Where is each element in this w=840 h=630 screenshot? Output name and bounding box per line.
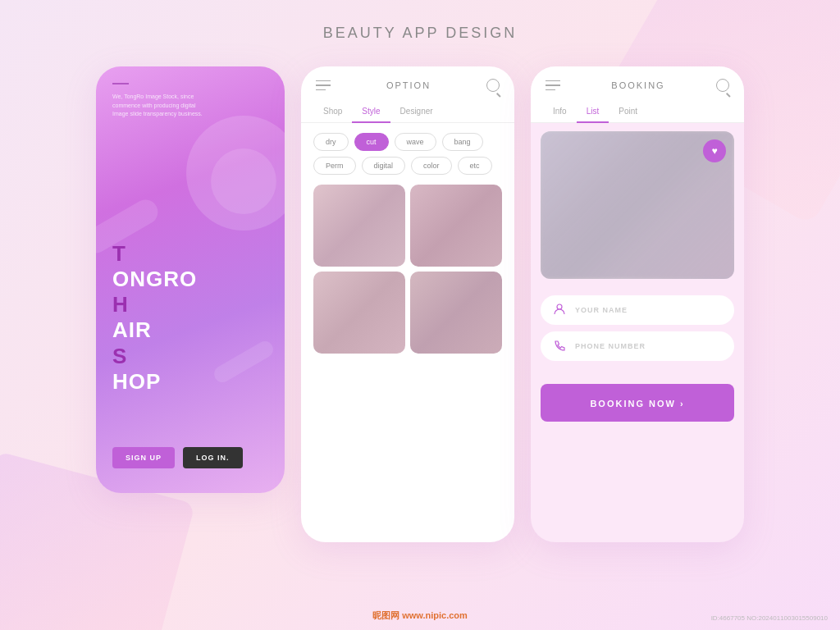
tagline-text: We, TongRo Image Stock, since commence w… [112,93,211,119]
tag-wave[interactable]: wave [395,133,436,151]
booking-header: BOOKING [531,66,744,100]
favorite-button[interactable]: ♥ [703,139,726,162]
watermark: 昵图网 www.nipic.com [372,609,468,622]
watermark-id: ID:4667705 NO:2024011003015509010 [711,614,828,622]
option-header: OPTION [301,66,514,100]
booking-btn-label: BOOKING NOW › [590,399,684,409]
style-image-2[interactable] [410,185,502,267]
phone-label: PHONE NUMBER [575,342,646,350]
deco-circle-2 [211,148,276,214]
option-tabs: Shop Style Designer [301,100,514,123]
phone-splash: We, TongRo Image Stock, since commence w… [96,66,285,493]
menu-icon[interactable] [316,80,331,91]
tab-shop[interactable]: Shop [313,100,352,122]
style-grid [301,185,514,366]
tag-perm[interactable]: Perm [313,157,356,175]
booking-form: YOUR NAME PHONE NUMBER [531,287,744,376]
heart-icon: ♥ [711,145,717,157]
brand-title: TONGRO HAIR SHOP [112,241,197,395]
booking-search-icon[interactable] [716,79,729,92]
option-title: OPTION [386,80,431,90]
brand-line-2: HAIR [112,292,197,343]
tag-digital[interactable]: digital [362,157,406,175]
phone-field[interactable]: PHONE NUMBER [541,331,734,361]
name-field[interactable]: YOUR NAME [541,295,734,325]
signup-button[interactable]: SIGN UP [112,447,175,468]
style-image-1[interactable] [313,185,405,267]
watermark-logo: 昵图网 www.nipic.com [372,609,468,622]
phone-booking: BOOKING Info List Point ♥ [531,66,744,542]
brand-line-1: TONGRO [112,241,197,292]
phone-option: OPTION Shop Style Designer dry cut wave … [301,66,514,542]
phones-container: We, TongRo Image Stock, since commence w… [0,66,840,542]
tag-dry[interactable]: dry [313,133,349,151]
phone-icon [554,340,567,353]
tag-bang[interactable]: bang [442,133,483,151]
auth-buttons: SIGN UP LOG IN. [112,447,243,468]
style-tags: dry cut wave bang Perm digital color etc [301,123,514,185]
style-image-3[interactable] [313,272,405,354]
booking-tabs: Info List Point [531,100,744,123]
tag-color[interactable]: color [411,157,452,175]
tag-etc[interactable]: etc [458,157,492,175]
tab-info[interactable]: Info [543,100,577,122]
tab-point[interactable]: Point [609,100,647,122]
login-button[interactable]: LOG IN. [183,447,243,468]
brand-line-3: SHOP [112,344,197,395]
svg-point-0 [557,304,562,309]
deco-bar-2 [211,338,276,385]
booking-now-button[interactable]: BOOKING NOW › [541,384,734,422]
booking-menu-icon[interactable] [546,80,560,91]
tab-style[interactable]: Style [352,100,390,122]
style-image-4[interactable] [410,272,502,354]
tab-designer[interactable]: Designer [390,100,443,122]
tag-cut[interactable]: cut [354,133,389,151]
decorative-line [112,83,129,84]
search-icon[interactable] [486,79,500,92]
name-label: YOUR NAME [575,306,628,314]
booking-title: BOOKING [611,80,664,90]
person-icon [554,304,567,317]
booking-hero-image: ♥ [541,131,734,279]
tab-list[interactable]: List [577,100,609,122]
